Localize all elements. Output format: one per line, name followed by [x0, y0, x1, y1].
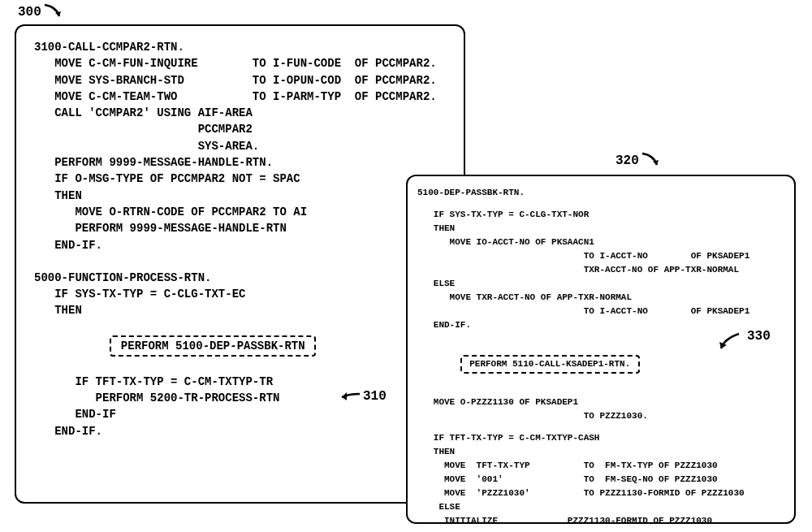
arrow-icon: [335, 387, 363, 405]
code-line: END-IF.: [34, 423, 456, 439]
code-line: IF O-MSG-TYPE OF PCCMPAR2 NOT = SPAC: [34, 171, 456, 187]
blank-line: [417, 423, 786, 431]
arrow-icon: [715, 331, 747, 355]
arrow-icon: [639, 150, 665, 171]
code-line: IF TFT-TX-TYP = C-CM-TXTYP-TR: [34, 374, 456, 390]
blank-line: [34, 262, 456, 270]
callout-310: 310: [335, 387, 387, 405]
code-line: CALL 'CCMPAR2' USING AIF-AREA: [34, 105, 456, 121]
code-line: IF SYS-TX-TYP = C-CLG-TXT-NOR: [417, 208, 786, 222]
code-line: 5000-FUNCTION-PROCESS-RTN.: [34, 270, 456, 286]
highlight-5100-dep-passbk: PERFORM 5100-DEP-PASSBK-RTN: [110, 335, 316, 357]
code-line: MOVE C-CM-TEAM-TWO TO I-PARM-TYP OF PCCM…: [34, 89, 456, 105]
code-line: ELSE: [417, 277, 786, 291]
code-line: END-IF: [34, 406, 456, 422]
blank-line: [417, 387, 786, 396]
code-line: MOVE 'PZZZ1030' TO PZZZ1130-FORMID OF PZ…: [417, 487, 786, 500]
callout-320: 320: [615, 150, 665, 171]
callout-320-label: 320: [615, 154, 639, 168]
blank-line: [34, 253, 456, 262]
code-line: MOVE TXR-ACCT-NO OF APP-TXR-NORMAL: [417, 291, 786, 305]
diagram-stage: 300 320 3100-CALL-CCMPAR2-RTN. MOVE C-CM…: [0, 0, 812, 532]
callout-330: 330: [715, 331, 771, 355]
code-line: PCCMPAR2: [34, 121, 456, 137]
code-line: IF SYS-TX-TYP = C-CLG-TXT-EC: [34, 286, 456, 302]
code-line: THEN: [34, 302, 456, 318]
code-line: MOVE '001' TO FM-SEQ-NO OF PZZZ1030: [417, 473, 786, 487]
code-line: THEN: [417, 445, 786, 459]
code-line: 5100-DEP-PASSBK-RTN.: [417, 186, 786, 200]
code-line: ELSE: [417, 500, 786, 514]
code-line: PERFORM 9999-MESSAGE-HANDLE-RTN.: [34, 154, 456, 171]
code-line: MOVE TFT-TX-TYP TO FM-TX-TYP OF PZZZ1030: [417, 459, 786, 473]
callout-310-label: 310: [363, 389, 387, 404]
code-line: MOVE O-RTRN-CODE OF PCCMPAR2 TO AI: [34, 204, 456, 220]
code-panel-left: 3100-CALL-CCMPAR2-RTN. MOVE C-CM-FUN-INQ…: [15, 24, 465, 504]
code-line: SYS-AREA.: [34, 138, 456, 154]
code-line: TXR-ACCT-NO OF APP-TXR-NORMAL: [417, 263, 786, 277]
code-line: THEN: [34, 188, 456, 204]
highlight-5110-call-ksadep1: PERFORM 5110-CALL-KSADEP1-RTN.: [460, 355, 640, 374]
code-line: MOVE O-PZZZ1130 OF PKSADEP1: [417, 396, 786, 409]
code-line: INITIALIZE PZZZ1130-FORMID OF PZZZ1030: [417, 514, 786, 524]
callout-330-label: 330: [747, 329, 771, 344]
code-line: MOVE IO-ACCT-NO OF PKSAACN1: [417, 236, 786, 249]
code-line: MOVE SYS-BRANCH-STD TO I-OPUN-COD OF PCC…: [34, 72, 456, 89]
code-line-highlight-wrapper: PERFORM 5100-DEP-PASSBK-RTN: [34, 319, 456, 374]
code-line: TO I-ACCT-NO OF PKSADEP1: [417, 249, 786, 263]
callout-300-label: 300: [18, 5, 41, 19]
arrow-icon: [41, 2, 67, 23]
code-line: MOVE C-CM-FUN-INQUIRE TO I-FUN-CODE OF P…: [34, 55, 456, 71]
code-line: 3100-CALL-CCMPAR2-RTN.: [34, 39, 456, 55]
code-line: TO PZZZ1030.: [417, 409, 786, 423]
callout-300: 300: [18, 2, 67, 23]
blank-line: [417, 200, 786, 208]
code-line: TO I-ACCT-NO OF PKSADEP1: [417, 305, 786, 318]
code-line: IF TFT-TX-TYP = C-CM-TXTYP-CASH: [417, 431, 786, 445]
code-line: THEN: [417, 222, 786, 236]
code-line: END-IF.: [34, 237, 456, 253]
code-line: PERFORM 5200-TR-PROCESS-RTN: [34, 390, 456, 406]
code-line: PERFORM 9999-MESSAGE-HANDLE-RTN: [34, 220, 456, 236]
